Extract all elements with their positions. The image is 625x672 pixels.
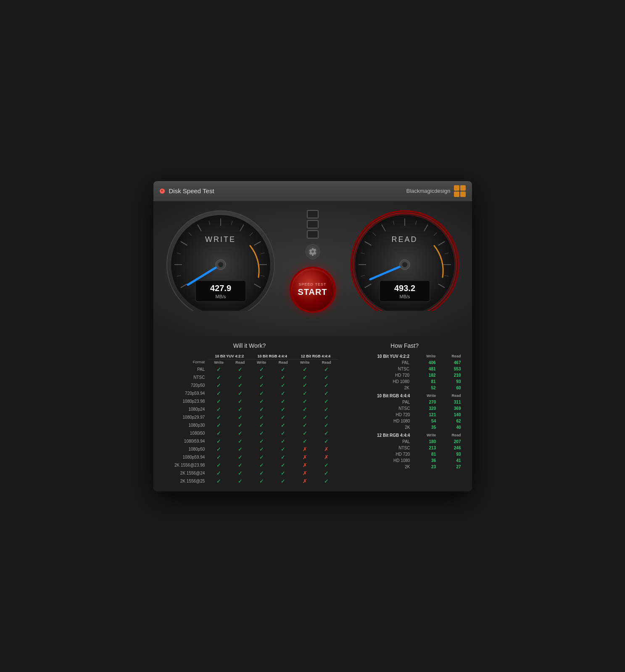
hf-read-0-4: 60 <box>438 385 464 391</box>
will-check-1-0: ✓ <box>208 373 229 381</box>
hf-read-1-2: 140 <box>438 412 463 418</box>
title-bar: ✕ Disk Speed Test Blackmagicdesign <box>153 181 472 202</box>
hf-write-0-1: 481 <box>413 366 438 372</box>
hf-table-1: 10 Bit RGB 4:4:4WriteReadPAL270311NTSC32… <box>346 393 464 430</box>
will-format-3: 720p59.94 <box>162 389 208 397</box>
bottom-section: Will it Work? 10 Bit YUV 4:2:2 10 Bit RG… <box>153 336 472 491</box>
svg-text:MB/s: MB/s <box>215 294 226 299</box>
will-format-0: PAL <box>162 365 208 373</box>
write-gauge-wrapper: 427.9 MB/s WRITE <box>160 210 282 328</box>
hf-write-1-3: 54 <box>413 418 438 424</box>
gear-icon <box>309 247 317 256</box>
will-check-7-3: ✓ <box>272 421 294 429</box>
app-window: ✕ Disk Speed Test Blackmagicdesign <box>153 181 472 492</box>
will-check-4-2: ✓ <box>251 397 272 405</box>
sh-r3: Read <box>316 359 337 365</box>
will-format-10: 1080p50 <box>162 445 208 453</box>
will-check-14-3: ✓ <box>272 477 294 485</box>
will-check-11-0: ✓ <box>208 453 229 461</box>
will-check-3-4: ✓ <box>294 389 316 397</box>
hf-col-write-0: Write <box>413 353 438 360</box>
will-check-13-1: ✓ <box>229 469 251 477</box>
settings-button[interactable] <box>305 244 320 259</box>
hf-read-1-1: 369 <box>438 405 463 412</box>
hf-write-2-1: 213 <box>413 445 438 451</box>
logo-area: Blackmagicdesign <box>406 185 466 197</box>
will-check-0-5: ✓ <box>316 365 337 373</box>
will-check-13-0: ✓ <box>208 469 229 477</box>
will-check-9-1: ✓ <box>229 437 251 445</box>
hf-write-1-1: 320 <box>413 405 438 412</box>
will-format-12: 2K 1556@23.98 <box>162 461 208 469</box>
will-check-6-1: ✓ <box>229 413 251 421</box>
will-check-0-2: ✓ <box>251 365 272 373</box>
will-check-5-3: ✓ <box>272 405 294 413</box>
will-check-10-4: ✗ <box>294 445 316 453</box>
how-fast-section: How Fast? 10 Bit YUV 4:2:2WriteReadPAL40… <box>346 342 464 485</box>
hf-read-2-2: 93 <box>438 451 463 457</box>
sh-w1: Write <box>208 359 229 365</box>
hf-table-0: 10 Bit YUV 4:2:2WriteReadPAL406467NTSC48… <box>346 353 464 391</box>
format-sub-header: Format <box>162 359 208 365</box>
hf-write-1-0: 270 <box>413 399 438 405</box>
hf-col-write-2: Write <box>413 432 438 438</box>
will-check-11-3: ✓ <box>272 453 294 461</box>
will-check-1-2: ✓ <box>251 373 272 381</box>
hf-format-0-3: HD 1080 <box>346 378 413 385</box>
will-check-12-1: ✓ <box>229 461 251 469</box>
will-check-7-5: ✓ <box>316 421 337 429</box>
will-check-2-2: ✓ <box>251 381 272 389</box>
svg-point-47 <box>402 262 407 267</box>
will-check-10-1: ✓ <box>229 445 251 453</box>
how-fast-content: 10 Bit YUV 4:2:2WriteReadPAL406467NTSC48… <box>346 353 464 470</box>
signal-box-1 <box>307 210 319 218</box>
read-gauge-svg: 493.2 MB/s <box>346 210 464 311</box>
hf-write-0-2: 182 <box>413 372 438 378</box>
will-check-10-2: ✓ <box>251 445 272 453</box>
title-bar-left: ✕ Disk Speed Test <box>160 187 214 194</box>
will-check-6-4: ✓ <box>294 413 316 421</box>
hf-read-0-2: 210 <box>438 372 464 378</box>
will-format-6: 1080p29.97 <box>162 413 208 421</box>
will-format-5: 1080p24 <box>162 405 208 413</box>
logo-sq2 <box>460 185 466 191</box>
svg-text:427.9: 427.9 <box>210 284 231 293</box>
will-check-5-0: ✓ <box>208 405 229 413</box>
hf-write-1-2: 121 <box>413 412 438 418</box>
sh-r1: Read <box>229 359 251 365</box>
start-speed-test-button[interactable]: SPEED TEST START <box>290 267 336 313</box>
will-check-6-5: ✓ <box>316 413 337 421</box>
will-check-14-4: ✗ <box>294 477 316 485</box>
will-check-4-3: ✓ <box>272 397 294 405</box>
hf-format-1-2: HD 720 <box>346 412 414 418</box>
hf-read-0-0: 467 <box>438 360 464 366</box>
will-check-0-3: ✓ <box>272 365 294 373</box>
signal-box-2 <box>307 220 319 228</box>
center-panel: SPEED TEST START <box>290 210 336 313</box>
hf-format-2-4: 2K <box>346 464 414 470</box>
will-check-3-0: ✓ <box>208 389 229 397</box>
hf-read-2-1: 246 <box>438 445 463 451</box>
will-check-8-1: ✓ <box>229 429 251 437</box>
start-btn-sub: SPEED TEST <box>299 282 327 286</box>
hf-group-label-2: 12 Bit RGB 4:4:4 <box>346 432 414 438</box>
hf-group-label-0: 10 Bit YUV 4:2:2 <box>346 353 413 360</box>
will-check-11-5: ✗ <box>316 453 337 461</box>
will-it-work-title: Will it Work? <box>162 342 338 349</box>
will-check-5-5: ✓ <box>316 405 337 413</box>
sh-w3: Write <box>294 359 316 365</box>
will-check-6-3: ✓ <box>272 413 294 421</box>
will-format-4: 1080p23.98 <box>162 397 208 405</box>
hf-read-0-1: 553 <box>438 366 464 372</box>
will-format-7: 1080p30 <box>162 421 208 429</box>
hf-write-0-4: 52 <box>413 385 438 391</box>
close-button[interactable]: ✕ <box>160 189 165 194</box>
will-format-13: 2K 1556@24 <box>162 469 208 477</box>
hf-read-2-4: 27 <box>438 464 463 470</box>
will-check-12-2: ✓ <box>251 461 272 469</box>
will-check-1-1: ✓ <box>229 373 251 381</box>
will-check-9-3: ✓ <box>272 437 294 445</box>
will-check-8-4: ✓ <box>294 429 316 437</box>
hf-table-2: 12 Bit RGB 4:4:4WriteReadPAL180207NTSC21… <box>346 432 464 470</box>
will-format-1: NTSC <box>162 373 208 381</box>
